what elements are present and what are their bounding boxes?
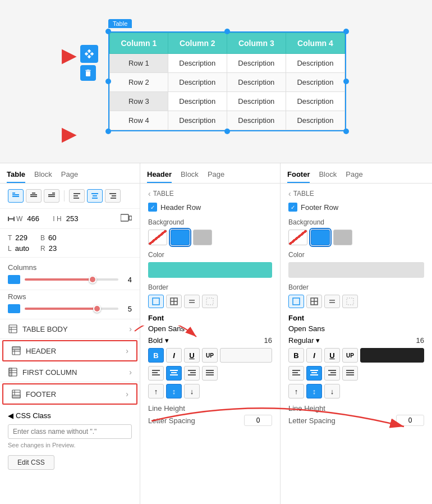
- rp-border-inner-h-icon[interactable]: [324, 295, 340, 308]
- mp-color-picker-swatch[interactable]: [220, 348, 272, 363]
- border-none-icon[interactable]: [202, 295, 218, 308]
- mp-tab-page[interactable]: Page: [208, 168, 224, 183]
- align-top-center[interactable]: [26, 189, 42, 203]
- rp-tab-block[interactable]: Block: [319, 168, 337, 183]
- rp-swatch-gray[interactable]: [333, 230, 352, 245]
- handle-ml[interactable]: [105, 79, 111, 84]
- swatch-gray[interactable]: [193, 230, 212, 245]
- rp-valign-middle-btn[interactable]: ↕: [306, 384, 322, 398]
- mp-back-link[interactable]: ‹ TABLE: [148, 189, 272, 198]
- rp-border-all-icon[interactable]: [288, 295, 304, 308]
- rp-bold-btn[interactable]: B: [288, 348, 304, 363]
- rp-tab-page[interactable]: Page: [346, 168, 362, 183]
- mp-bold-btn[interactable]: B: [148, 348, 164, 363]
- svg-rect-13: [93, 195, 97, 196]
- move-icon[interactable]: [80, 45, 98, 63]
- rp-italic-btn[interactable]: I: [306, 348, 322, 363]
- l-label: L: [8, 245, 12, 253]
- handle-tl[interactable]: [105, 29, 111, 34]
- swatch-transparent[interactable]: [148, 230, 167, 245]
- svg-rect-68: [310, 370, 318, 371]
- footer-row-checkbox[interactable]: ✓: [288, 203, 297, 212]
- red-arrow-top: ▶: [62, 45, 76, 66]
- mp-valign-top-btn[interactable]: ↑: [148, 384, 164, 398]
- rp-align-right-btn[interactable]: [324, 366, 340, 381]
- align-center[interactable]: [87, 189, 103, 203]
- edit-css-button[interactable]: Edit CSS: [8, 455, 54, 470]
- rp-color-picker-swatch[interactable]: [360, 348, 424, 363]
- table-body-chevron: ›: [129, 324, 132, 333]
- rp-align-left-btn[interactable]: [288, 366, 304, 381]
- css-class-input[interactable]: [8, 424, 132, 439]
- align-left[interactable]: [69, 189, 85, 203]
- mp-valign-middle-btn[interactable]: ↕: [166, 384, 182, 398]
- tab-table[interactable]: Table: [7, 168, 25, 183]
- cell-r2c4: Description: [286, 73, 344, 92]
- mp-tab-block[interactable]: Block: [181, 168, 199, 183]
- rp-border-none-icon[interactable]: [342, 295, 358, 308]
- mp-underline-btn[interactable]: U: [184, 348, 200, 363]
- section-first-column[interactable]: FIRST COLUMN ›: [0, 363, 140, 382]
- handle-tc[interactable]: [224, 29, 230, 34]
- rows-slider-track[interactable]: [25, 308, 118, 310]
- columns-slider-track[interactable]: [25, 278, 118, 281]
- mp-align-center-btn[interactable]: [166, 366, 182, 381]
- r-value: 23: [49, 244, 57, 253]
- mp-valign-bottom-btn[interactable]: ↓: [184, 384, 200, 398]
- rp-swatch-transparent[interactable]: [288, 230, 307, 245]
- header-row-checkbox[interactable]: ✓: [148, 203, 157, 212]
- responsive-icon[interactable]: [121, 213, 132, 224]
- mp-color-bar[interactable]: [148, 262, 272, 278]
- rp-underline-btn[interactable]: U: [324, 348, 340, 363]
- rp-letter-spacing-input[interactable]: [396, 415, 424, 426]
- rp-valign-top-btn[interactable]: ↑: [288, 384, 304, 398]
- css-title[interactable]: ◀ CSS Class: [8, 411, 132, 420]
- tab-page[interactable]: Page: [61, 168, 78, 183]
- rp-border-grid-icon[interactable]: [306, 295, 322, 308]
- table-wrapper: Column 1 Column 2 Column 3 Column 4 Row …: [108, 31, 346, 131]
- section-table-body[interactable]: TABLE BODY ›: [0, 319, 140, 339]
- columns-slider-fill: [25, 278, 90, 281]
- rp-valign-bottom-btn[interactable]: ↓: [324, 384, 340, 398]
- rp-uppercase-btn[interactable]: UP: [342, 348, 358, 363]
- cell-r2c2: Description: [168, 73, 227, 92]
- align-top-right[interactable]: [44, 189, 59, 203]
- rp-color-bar[interactable]: [288, 262, 424, 278]
- rp-align-center-btn[interactable]: [306, 366, 322, 381]
- rp-align-justify-btn[interactable]: [342, 366, 358, 381]
- align-right[interactable]: [105, 189, 121, 203]
- border-inner-h-icon[interactable]: [184, 295, 200, 308]
- mp-align-justify-btn[interactable]: [202, 366, 218, 381]
- handle-bl[interactable]: [105, 129, 111, 134]
- rp-tab-footer[interactable]: Footer: [287, 168, 310, 183]
- svg-rect-55: [206, 370, 214, 371]
- rp-back-link[interactable]: ‹ TABLE: [288, 189, 424, 198]
- handle-br[interactable]: [343, 129, 349, 134]
- rows-slider-row: 5: [8, 304, 132, 313]
- mp-italic-btn[interactable]: I: [166, 348, 182, 363]
- mp-letter-spacing-input[interactable]: [244, 415, 272, 426]
- cell-r2c3: Description: [227, 73, 286, 92]
- mp-tab-header[interactable]: Header: [147, 168, 172, 183]
- handle-mr[interactable]: [343, 79, 349, 84]
- svg-rect-15: [109, 193, 116, 194]
- delete-icon[interactable]: [80, 65, 96, 81]
- handle-tr[interactable]: [343, 29, 349, 34]
- section-footer[interactable]: FOOTER ›: [2, 383, 137, 405]
- columns-section: Columns 4: [0, 258, 140, 290]
- svg-rect-7: [48, 194, 55, 195]
- border-all-icon[interactable]: [148, 295, 164, 308]
- mp-font-style[interactable]: Bold ▾: [148, 336, 169, 345]
- tab-block[interactable]: Block: [34, 168, 52, 183]
- handle-bc[interactable]: [224, 129, 230, 134]
- section-header[interactable]: HEADER ›: [2, 340, 137, 361]
- align-top-left[interactable]: [8, 189, 24, 203]
- mp-align-left-btn[interactable]: [148, 366, 164, 381]
- border-grid-icon[interactable]: [166, 295, 182, 308]
- mp-uppercase-btn[interactable]: UP: [202, 348, 218, 363]
- svg-rect-66: [292, 372, 298, 373]
- rp-swatch-blue[interactable]: [311, 230, 330, 245]
- rp-font-style[interactable]: Regular ▾: [288, 336, 320, 345]
- swatch-blue[interactable]: [171, 230, 190, 245]
- mp-align-right-btn[interactable]: [184, 366, 200, 381]
